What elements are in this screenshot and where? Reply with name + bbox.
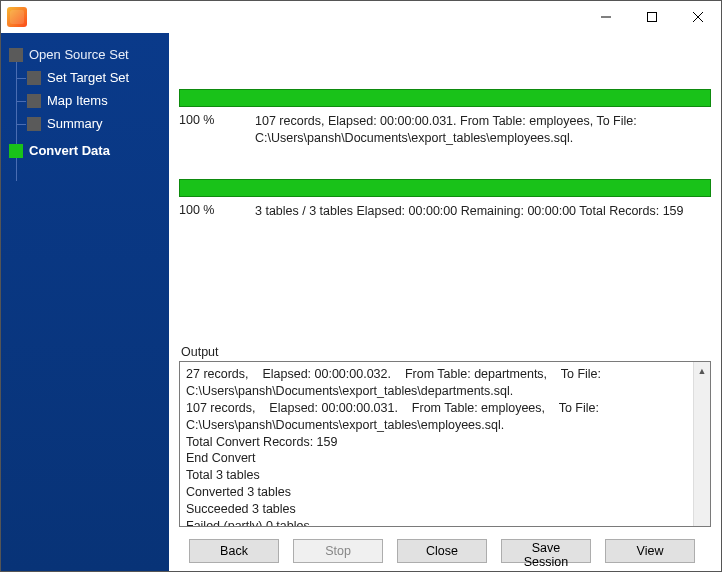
close-window-button[interactable] [675,1,721,33]
step-status-icon [27,117,41,131]
overall-progress-row: 100 % 3 tables / 3 tables Elapsed: 00:00… [179,203,711,220]
close-button[interactable]: Close [397,539,487,563]
step-open-source-set[interactable]: Open Source Set [7,43,163,66]
window-body: Open Source Set Set Target Set Map Items… [1,33,721,571]
step-status-icon [9,48,23,62]
svg-rect-1 [648,13,657,22]
overall-progress-bar [179,179,711,197]
step-label: Convert Data [29,143,110,158]
step-map-items[interactable]: Map Items [7,89,163,112]
maximize-button[interactable] [629,1,675,33]
titlebar [1,1,721,33]
overall-progress-detail: 3 tables / 3 tables Elapsed: 00:00:00 Re… [255,203,711,220]
wizard-sidebar: Open Source Set Set Target Set Map Items… [1,33,169,571]
scroll-up-icon[interactable]: ▲ [694,362,710,379]
output-label: Output [179,345,711,361]
app-icon [7,7,27,27]
window-controls [583,1,721,33]
wizard-steps-tree: Open Source Set Set Target Set Map Items… [7,43,163,162]
overall-progress-percent: 100 % [179,203,239,217]
table-progress-percent: 100 % [179,113,239,127]
step-label: Map Items [47,93,108,108]
app-window: Open Source Set Set Target Set Map Items… [0,0,722,572]
output-scrollbar[interactable]: ▲ [693,362,710,526]
step-status-icon [9,144,23,158]
main-panel: 100 % 107 records, Elapsed: 00:00:00.031… [169,33,721,571]
output-textbox[interactable]: 27 records, Elapsed: 00:00:00.032. From … [179,361,711,527]
step-convert-data[interactable]: Convert Data [7,139,163,162]
view-button[interactable]: View [605,539,695,563]
step-label: Open Source Set [29,47,129,62]
table-progress-row: 100 % 107 records, Elapsed: 00:00:00.031… [179,113,711,147]
step-label: Set Target Set [47,70,129,85]
step-summary[interactable]: Summary [7,112,163,135]
progress-section: 100 % 107 records, Elapsed: 00:00:00.031… [179,39,711,220]
save-session-button[interactable]: Save Session [501,539,591,563]
step-status-icon [27,94,41,108]
step-status-icon [27,71,41,85]
back-button[interactable]: Back [189,539,279,563]
table-progress-bar [179,89,711,107]
table-progress-detail: 107 records, Elapsed: 00:00:00.031. From… [255,113,711,147]
output-text: 27 records, Elapsed: 00:00:00.032. From … [180,362,693,526]
output-section: Output 27 records, Elapsed: 00:00:00.032… [179,345,711,527]
step-set-target-set[interactable]: Set Target Set [7,66,163,89]
stop-button: Stop [293,539,383,563]
button-row: Back Stop Close Save Session View [179,527,711,563]
step-label: Summary [47,116,103,131]
minimize-button[interactable] [583,1,629,33]
